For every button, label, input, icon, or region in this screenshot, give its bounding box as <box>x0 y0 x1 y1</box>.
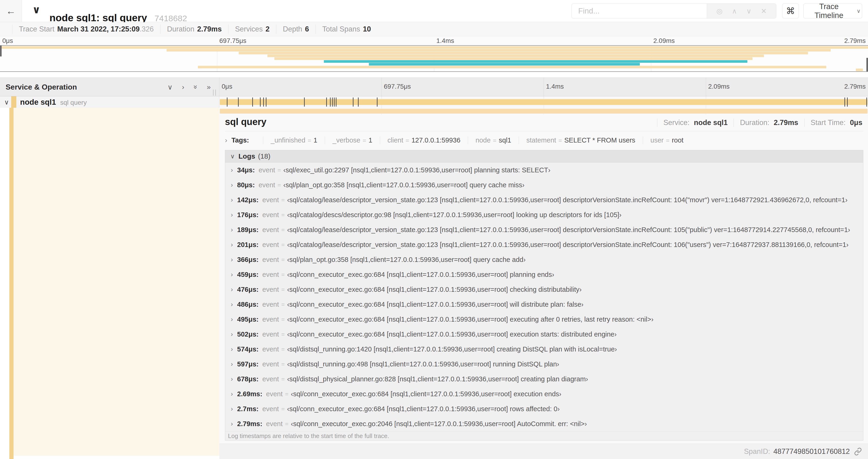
minimap-tick-label: 2.09ms <box>651 37 675 44</box>
span-operation-title: sql query <box>225 117 267 127</box>
column-resize-grip[interactable] <box>213 90 216 96</box>
span-meta: Service: node sql1 Duration: 2.79ms Star… <box>651 119 862 127</box>
tag-item: node = sql1 <box>468 136 511 144</box>
chevron-right-icon: › <box>231 330 233 338</box>
equals-sign: = <box>493 137 497 144</box>
log-entry-row[interactable]: › 201μs: event = ‹sql/catalog/lease/desc… <box>225 237 863 252</box>
minimap-ruler: 0μs 697.75μs 1.4ms 2.09ms 2.79ms <box>0 37 868 45</box>
next-match-icon[interactable]: ∨ <box>746 7 751 15</box>
log-field-value: ‹sql/distsql_running.go:1420 [nsql1,clie… <box>287 346 617 353</box>
equals-sign: = <box>281 196 285 204</box>
span-operation-name: sql query <box>60 99 87 106</box>
summary-value: March 31 2022, 17:25:09 <box>57 25 140 34</box>
detail-left-highlight <box>13 108 219 456</box>
log-entry-row[interactable]: › 574μs: event = ‹sql/distsql_running.go… <box>225 342 863 357</box>
tag-item: _unfinished = 1 <box>263 136 317 144</box>
trace-id: 7418682 <box>154 13 187 23</box>
find-input[interactable] <box>572 4 707 18</box>
tag-value: SELECT * FROM users <box>564 136 636 144</box>
minimap-canvas[interactable] <box>0 45 868 72</box>
tag-value: 127.0.0.1:59936 <box>411 136 460 144</box>
logs-title: Logs <box>239 152 255 160</box>
log-entry-row[interactable]: › 502μs: event = ‹sql/conn_executor_exec… <box>225 327 863 342</box>
tags-accordion[interactable]: › Tags: _unfinished = 1 _verbose = <box>225 134 863 146</box>
summary-suffix: .326 <box>140 25 154 34</box>
expand-one-icon[interactable]: › <box>182 83 184 91</box>
locate-icon[interactable]: ◎ <box>716 7 722 15</box>
keyboard-shortcuts-button[interactable]: ⌘ <box>782 3 799 19</box>
log-timestamp: 176μs: <box>237 211 258 219</box>
log-field-key: event <box>262 346 279 353</box>
span-duration-bar[interactable] <box>220 99 868 105</box>
clear-search-icon[interactable]: ✕ <box>761 7 767 15</box>
log-timestamp: 34μs: <box>237 166 255 174</box>
back-button[interactable]: ← <box>0 0 22 22</box>
minimap-span-bar <box>198 66 826 68</box>
log-entry-row[interactable]: › 678μs: event = ‹sql/distsql_physical_p… <box>225 371 863 387</box>
summary-value: 2.79ms <box>197 25 222 34</box>
log-field-value: ‹sql/conn_executor_exec.go:684 [nsql1,cl… <box>287 301 583 308</box>
chevron-down-icon[interactable]: ∨ <box>4 98 9 106</box>
log-marker-tick <box>260 97 260 107</box>
timeline-header: Service & Operation ∨ › » » 0μs697.75μs1… <box>0 77 868 96</box>
chevron-right-icon: › <box>231 286 233 293</box>
expand-all-icon[interactable]: » <box>207 83 211 91</box>
log-entry-row[interactable]: › 2.7ms: event = ‹sql/conn_executor_exec… <box>225 401 863 416</box>
log-field-value: ‹sql/plan_opt.go:358 [nsql1,client=127.0… <box>283 181 524 189</box>
span-color-stripe <box>11 96 16 108</box>
log-entry-row[interactable]: › 80μs: event = ‹sql/plan_opt.go:358 [ns… <box>225 177 863 192</box>
log-entry-row[interactable]: › 476μs: event = ‹sql/conn_executor_exec… <box>225 282 863 297</box>
log-entry-row[interactable]: › 34μs: event = ‹sql/exec_util.go:2297 [… <box>225 163 863 177</box>
meta-label: Service: <box>663 119 689 127</box>
trace-collapse-toggle[interactable]: ∨ <box>32 4 40 15</box>
minimap-span-bar <box>239 52 808 54</box>
tag-value: root <box>672 136 683 144</box>
collapse-one-icon[interactable]: ∨ <box>167 83 173 91</box>
log-marker-tick <box>227 97 227 107</box>
minimap-left-scrubber[interactable] <box>0 46 2 57</box>
tag-value: sql1 <box>499 136 511 144</box>
minimap-tick-label: 0μs <box>0 37 13 44</box>
log-entry-row[interactable]: › 142μs: event = ‹sql/catalog/lease/desc… <box>225 192 863 207</box>
link-icon[interactable] <box>854 448 862 456</box>
detail-span-bar[interactable] <box>220 109 868 113</box>
service-name: node sql1 <box>20 98 56 106</box>
log-entry-row[interactable]: › 2.69ms: event = ‹sql/conn_executor_exe… <box>225 387 863 401</box>
log-entry-row[interactable]: › 459μs: event = ‹sql/conn_executor_exec… <box>225 267 863 282</box>
logs-header[interactable]: ∨ Logs (18) <box>225 150 863 163</box>
equals-sign: = <box>281 211 285 219</box>
log-entry-row[interactable]: › 597μs: event = ‹sql/distsql_running.go… <box>225 357 863 371</box>
equals-sign: = <box>281 256 285 263</box>
chevron-right-icon: › <box>231 181 233 189</box>
log-field-key: event <box>266 390 283 398</box>
equals-sign: = <box>308 137 311 144</box>
span-row-label[interactable]: ∨ node sql1sql query <box>0 96 219 108</box>
trace-summary-item: Depth 6 <box>276 25 309 34</box>
summary-value: 10 <box>363 25 371 34</box>
trace-summary-item: Trace Start March 31 2022, 17:25:09 .326 <box>12 25 154 34</box>
span-row-timeline[interactable] <box>219 96 868 108</box>
equals-sign: = <box>281 346 285 353</box>
chevron-right-icon: › <box>231 256 233 263</box>
log-entry-row[interactable]: › 2.79ms: event = ‹sql/conn_executor_exe… <box>225 416 863 431</box>
collapse-all-icon[interactable]: » <box>191 85 199 89</box>
prev-match-icon[interactable]: ∧ <box>732 7 737 15</box>
log-entry-row[interactable]: › 495μs: event = ‹sql/conn_executor_exec… <box>225 312 863 327</box>
trace-view-selector[interactable]: Trace Timeline ∨ <box>803 3 862 19</box>
log-field-key: event <box>262 316 279 323</box>
log-marker-tick <box>847 97 848 107</box>
log-entry-row[interactable]: › 486μs: event = ‹sql/conn_executor_exec… <box>225 297 863 312</box>
log-field-value: ‹sql/distsql_running.go:498 [nsql1,clien… <box>287 360 559 368</box>
log-entry-row[interactable]: › 366μs: event = ‹sql/plan_opt.go:358 [n… <box>225 252 863 267</box>
minimap-right-scrubber[interactable] <box>866 58 868 71</box>
command-icon: ⌘ <box>786 6 795 16</box>
log-timestamp: 80μs: <box>237 181 255 189</box>
meta-label: Start Time: <box>811 119 846 127</box>
span-row: ∨ node sql1sql query <box>0 96 868 108</box>
log-timestamp: 495μs: <box>237 316 258 323</box>
log-entry-row[interactable]: › 176μs: event = ‹sql/catalog/descs/desc… <box>225 207 863 222</box>
log-entry-row[interactable]: › 189μs: event = ‹sql/catalog/lease/desc… <box>225 222 863 237</box>
summary-label: Trace Start <box>19 25 54 34</box>
equals-sign: = <box>277 167 281 174</box>
span-meta-item: Duration: 2.79ms <box>734 119 798 127</box>
